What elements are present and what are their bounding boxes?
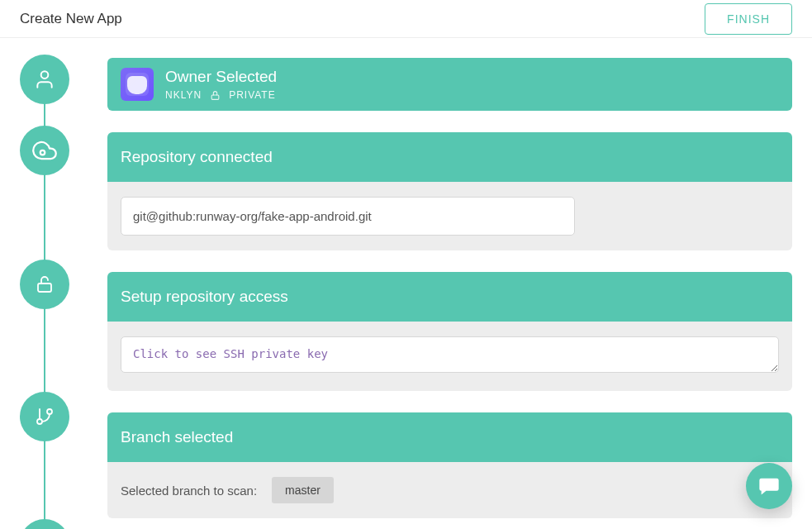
step-access: Setup repository access <box>107 272 792 391</box>
step-owner-subline: NKLYN PRIVATE <box>165 89 277 101</box>
repo-url-input[interactable] <box>121 197 575 236</box>
step-access-body <box>107 322 792 391</box>
step-repo-title: Repository connected <box>121 148 273 166</box>
step-access-header[interactable]: Setup repository access <box>107 272 792 322</box>
user-icon <box>34 69 55 90</box>
step-owner-header[interactable]: Owner Selected NKLYN PRIVATE <box>107 58 792 111</box>
steps-column: Owner Selected NKLYN PRIVATE Repository … <box>107 58 792 518</box>
timeline-step-access[interactable] <box>20 260 69 309</box>
step-repo-header[interactable]: Repository connected <box>107 132 792 182</box>
cloud-sync-icon <box>32 138 57 163</box>
owner-org: NKLYN <box>165 89 202 101</box>
owner-avatar <box>121 68 154 101</box>
chat-icon <box>757 474 781 498</box>
git-branch-icon <box>35 407 55 427</box>
step-owner-title: Owner Selected <box>165 68 277 86</box>
timeline-step-owner[interactable] <box>20 55 69 104</box>
step-branch: Branch selected Selected branch to scan:… <box>107 412 792 518</box>
svg-point-0 <box>41 71 49 79</box>
svg-point-1 <box>40 150 45 155</box>
page-title: Create New App <box>20 11 122 27</box>
branch-chip[interactable]: master <box>272 477 334 503</box>
wizard-content: Owner Selected NKLYN PRIVATE Repository … <box>0 38 812 529</box>
timeline <box>20 58 69 529</box>
unlock-icon <box>35 274 55 294</box>
step-access-title: Setup repository access <box>121 288 288 306</box>
timeline-step-branch[interactable] <box>20 392 69 441</box>
step-branch-body: Selected branch to scan: master <box>107 462 792 518</box>
step-repo-body <box>107 182 792 250</box>
svg-rect-6 <box>211 94 219 98</box>
step-branch-header[interactable]: Branch selected <box>107 412 792 462</box>
finish-button[interactable]: FINISH <box>705 3 792 35</box>
step-branch-title: Branch selected <box>121 428 233 446</box>
timeline-step-next[interactable] <box>20 519 69 529</box>
ssh-key-field[interactable] <box>121 336 779 373</box>
svg-point-5 <box>37 419 42 424</box>
chat-launcher-button[interactable] <box>746 463 792 509</box>
timeline-step-repo[interactable] <box>20 126 69 175</box>
page-header: Create New App FINISH <box>0 0 812 38</box>
lock-icon <box>210 90 221 101</box>
owner-visibility: PRIVATE <box>229 89 276 101</box>
branch-label: Selected branch to scan: <box>121 484 257 498</box>
step-repo: Repository connected <box>107 132 792 250</box>
step-owner: Owner Selected NKLYN PRIVATE <box>107 58 792 111</box>
svg-rect-2 <box>38 284 51 292</box>
